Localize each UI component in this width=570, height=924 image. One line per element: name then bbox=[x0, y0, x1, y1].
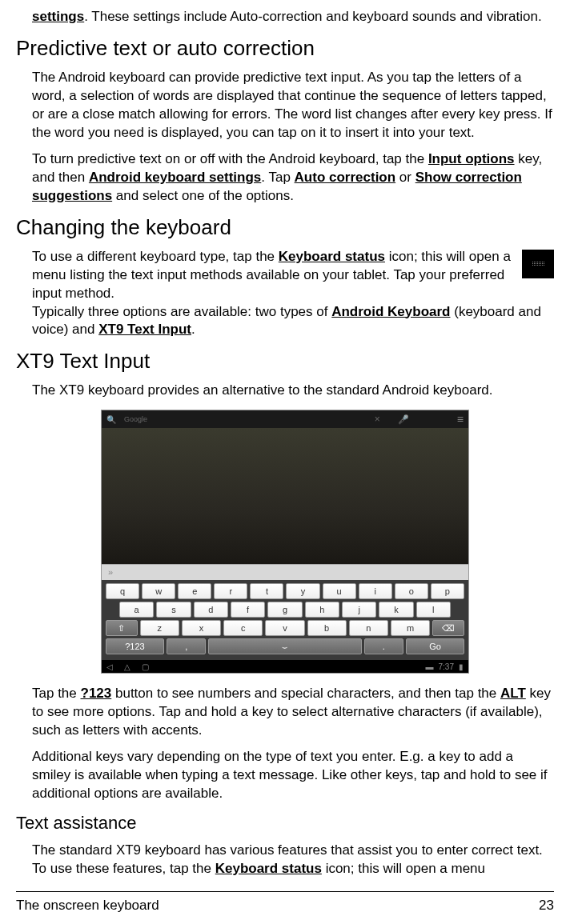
key-123: ?123 bbox=[106, 638, 164, 654]
settings-bold: settings bbox=[32, 9, 84, 24]
kb-navbar: ◁ △ ▢ ▬ 7:37 ▮ bbox=[102, 660, 468, 673]
key-m: m bbox=[391, 620, 430, 636]
key-h: h bbox=[305, 602, 339, 618]
key-x: x bbox=[182, 620, 221, 636]
kb-row2: a s d f g h j k l bbox=[103, 602, 467, 618]
intro-paragraph: settings. These settings include Auto-co… bbox=[32, 8, 554, 26]
key-y: y bbox=[286, 583, 319, 599]
xt9-para2: Tap the ?123 button to see numbers and s… bbox=[32, 685, 554, 740]
key-t: t bbox=[250, 583, 283, 599]
assist-para: The standard XT9 keyboard has various fe… bbox=[32, 842, 554, 878]
menu-icon: ≡ bbox=[457, 412, 464, 427]
key-f: f bbox=[231, 602, 265, 618]
search-icon: 🔍 bbox=[106, 414, 116, 426]
kb-suggestion-bar: » bbox=[102, 564, 468, 580]
xt9-para1: The XT9 keyboard provides an alternative… bbox=[32, 382, 554, 400]
key-period: . bbox=[364, 638, 403, 654]
key-i: i bbox=[359, 583, 392, 599]
key-k: k bbox=[379, 602, 413, 618]
key-v: v bbox=[265, 620, 304, 636]
key-b: b bbox=[307, 620, 347, 636]
key-comma: , bbox=[167, 638, 206, 654]
page-footer: The onscreen keyboard 23 bbox=[16, 891, 554, 915]
key-u: u bbox=[323, 583, 356, 599]
key-r: r bbox=[214, 583, 247, 599]
battery-icon: ▮ bbox=[459, 662, 464, 673]
key-a: a bbox=[119, 602, 154, 618]
status-icon: ▬ bbox=[426, 662, 434, 673]
kb-row3: ⇧ z x c v b n m ⌫ bbox=[103, 620, 467, 636]
close-icon: × bbox=[375, 413, 380, 426]
key-l: l bbox=[416, 602, 451, 618]
key-go: Go bbox=[406, 638, 464, 654]
back-icon: ◁ bbox=[106, 662, 113, 673]
chevron-icon: » bbox=[108, 566, 113, 578]
key-n: n bbox=[349, 620, 388, 636]
key-j: j bbox=[342, 602, 376, 618]
page-number: 23 bbox=[539, 897, 554, 915]
status-area: ▬ 7:37 ▮ bbox=[426, 662, 464, 673]
home-icon: △ bbox=[124, 662, 130, 673]
xt9-keyboard-screenshot: 🔍 Google × 🎤 ≡ » q w e r t y u i o p a s… bbox=[101, 410, 469, 674]
search-label: Google bbox=[124, 414, 147, 424]
heading-xt9: XT9 Text Input bbox=[16, 347, 554, 375]
changing-para1: To use a different keyboard type, tap th… bbox=[32, 248, 554, 340]
key-backspace: ⌫ bbox=[432, 620, 464, 636]
key-s: s bbox=[156, 602, 191, 618]
kb-keys-area: q w e r t y u i o p a s d f g h j k l ⇧ … bbox=[102, 580, 468, 660]
key-w: w bbox=[142, 583, 175, 599]
key-e: e bbox=[178, 583, 211, 599]
xt9-para3: Additional keys vary depending on the ty… bbox=[32, 748, 554, 803]
keyboard-status-icon bbox=[522, 250, 554, 278]
clock: 7:37 bbox=[439, 662, 454, 673]
kb-background bbox=[102, 428, 468, 564]
heading-assist: Text assistance bbox=[16, 811, 554, 835]
key-o: o bbox=[395, 583, 428, 599]
key-c: c bbox=[223, 620, 263, 636]
key-shift: ⇧ bbox=[106, 620, 138, 636]
kb-row1: q w e r t y u i o p bbox=[103, 583, 467, 599]
intro-rest: . These settings include Auto-correction… bbox=[84, 9, 541, 24]
heading-changing: Changing the keyboard bbox=[16, 214, 554, 242]
predictive-para1: The Android keyboard can provide predict… bbox=[32, 69, 554, 142]
kb-search-bar: 🔍 Google × 🎤 ≡ bbox=[102, 410, 468, 428]
predictive-para2: To turn predictive text on or off with t… bbox=[32, 150, 554, 206]
footer-title: The onscreen keyboard bbox=[16, 897, 159, 915]
heading-predictive: Predictive text or auto correction bbox=[16, 34, 554, 62]
recent-icon: ▢ bbox=[142, 662, 149, 673]
key-g: g bbox=[267, 602, 302, 618]
key-p: p bbox=[431, 583, 464, 599]
key-z: z bbox=[140, 620, 179, 636]
mic-icon: 🎤 bbox=[398, 414, 409, 426]
kb-row4: ?123 , ⌣ . Go bbox=[103, 638, 467, 654]
key-d: d bbox=[194, 602, 228, 618]
key-q: q bbox=[106, 583, 139, 599]
key-space: ⌣ bbox=[208, 638, 361, 654]
